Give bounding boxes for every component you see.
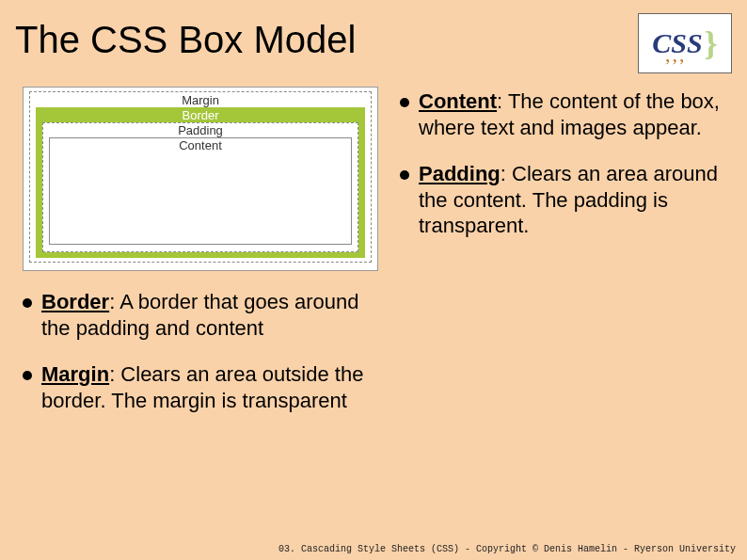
left-column: Border: A border that goes around the pa… bbox=[23, 289, 378, 434]
logo-brace-icon: } bbox=[705, 24, 718, 63]
list-item: Content: The content of the box, where t… bbox=[400, 88, 729, 140]
diagram-content-box: Content bbox=[49, 137, 352, 245]
list-item: Border: A border that goes around the pa… bbox=[23, 289, 378, 341]
bullet-icon bbox=[400, 98, 409, 107]
bullet-icon bbox=[23, 298, 32, 308]
footer-copyright: 03. Cascading Style Sheets (CSS) - Copyr… bbox=[278, 544, 736, 554]
bullet-icon bbox=[400, 170, 409, 180]
bullet-text: Padding: Clears an area around the conte… bbox=[419, 161, 729, 239]
logo-dots: ,,, bbox=[665, 42, 687, 67]
css-logo: CSS} ,,, bbox=[638, 13, 732, 73]
diagram-content-label: Content bbox=[50, 138, 351, 152]
right-column: Content: The content of the box, where t… bbox=[400, 88, 729, 260]
diagram-padding-label: Padding bbox=[49, 123, 352, 137]
box-model-diagram: Margin Border Padding Content bbox=[23, 87, 378, 271]
diagram-margin-label: Margin bbox=[36, 92, 365, 107]
bullet-icon bbox=[23, 371, 32, 380]
diagram-padding-box: Padding Content bbox=[42, 122, 358, 252]
diagram-margin-box: Margin Border Padding Content bbox=[29, 91, 372, 263]
slide-title: The CSS Box Model bbox=[15, 19, 356, 61]
bullet-text: Margin: Clears an area outside the borde… bbox=[41, 361, 378, 413]
diagram-border-box: Border Padding Content bbox=[36, 107, 365, 258]
bullet-text: Content: The content of the box, where t… bbox=[419, 88, 729, 140]
bullet-text: Border: A border that goes around the pa… bbox=[41, 289, 378, 341]
list-item: Padding: Clears an area around the conte… bbox=[400, 161, 729, 239]
list-item: Margin: Clears an area outside the borde… bbox=[23, 361, 378, 413]
diagram-border-label: Border bbox=[42, 108, 358, 122]
